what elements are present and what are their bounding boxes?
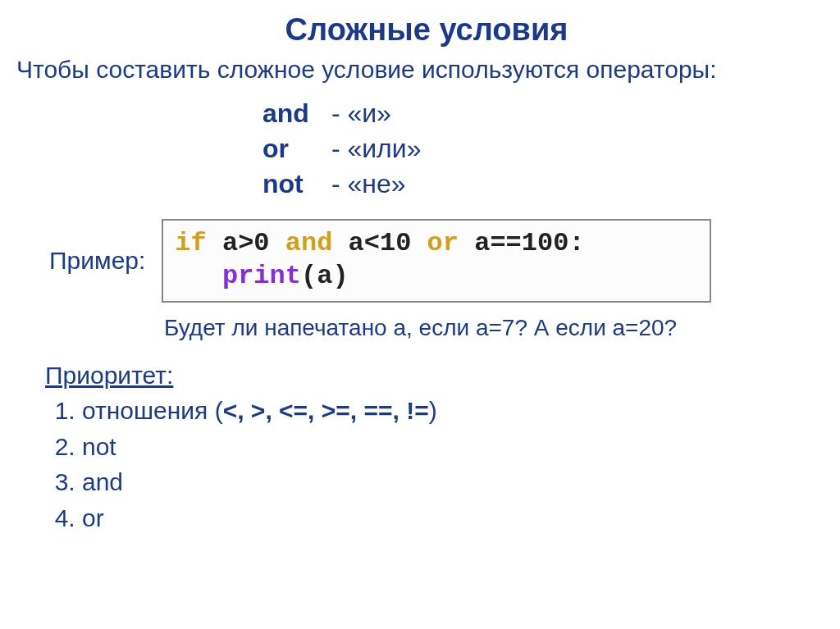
- priority-item: or: [82, 500, 824, 536]
- code-kw: or: [427, 228, 475, 258]
- operator-row: or - «или»: [262, 131, 824, 166]
- priority-list: отношения (<, >, <=, >=, ==, !=) not and…: [45, 393, 824, 536]
- priority-item: and: [82, 464, 824, 500]
- operator-kw: and: [262, 96, 324, 131]
- code-text: a<10: [349, 228, 427, 258]
- code-box: if a>0 and a<10 or a==100: print(a): [162, 219, 711, 303]
- priority-text: not: [82, 433, 116, 460]
- priority-text: and: [82, 468, 123, 495]
- code-kw: and: [285, 228, 349, 258]
- operator-desc: - «или»: [324, 134, 421, 163]
- priority-text: отношения (: [82, 397, 223, 424]
- code-kw: if: [175, 228, 222, 258]
- code-line-1: if a>0 and a<10 or a==100:: [175, 227, 698, 260]
- code-text: (a): [301, 261, 349, 291]
- code-line-2: print(a): [175, 260, 698, 293]
- priority-text: ): [429, 397, 437, 424]
- priority-item: not: [82, 429, 824, 465]
- operator-row: and - «и»: [262, 96, 824, 131]
- operator-kw: not: [262, 166, 324, 202]
- operator-row: not - «не»: [262, 166, 824, 202]
- priority-heading: Приоритет:: [45, 358, 824, 394]
- priority-block: Приоритет: отношения (<, >, <=, >=, ==, …: [45, 358, 824, 536]
- page-title: Сложные условия: [180, 12, 673, 48]
- operator-desc: - «и»: [324, 98, 391, 128]
- example-label: Пример:: [49, 247, 145, 275]
- priority-item: отношения (<, >, <=, >=, ==, !=): [82, 393, 824, 429]
- priority-text: or: [82, 504, 104, 531]
- operators-list: and - «и» or - «или» not - «не»: [262, 96, 824, 203]
- operator-desc: - «не»: [324, 169, 406, 198]
- operator-kw: or: [262, 131, 324, 166]
- question-text: Будет ли напечатано а, если а=7? А если …: [164, 315, 824, 341]
- code-text: [175, 261, 222, 291]
- code-text: a==100:: [474, 228, 584, 258]
- intro-text: Чтобы составить сложное условие использу…: [16, 56, 824, 84]
- slide: Сложные условия Чтобы составить сложное …: [0, 0, 840, 552]
- code-fn: print: [222, 261, 301, 291]
- priority-ops: <, >, <=, >=, ==, !=: [223, 397, 429, 424]
- code-text: a>0: [222, 228, 285, 258]
- example-row: Пример: if a>0 and a<10 or a==100: print…: [49, 219, 824, 303]
